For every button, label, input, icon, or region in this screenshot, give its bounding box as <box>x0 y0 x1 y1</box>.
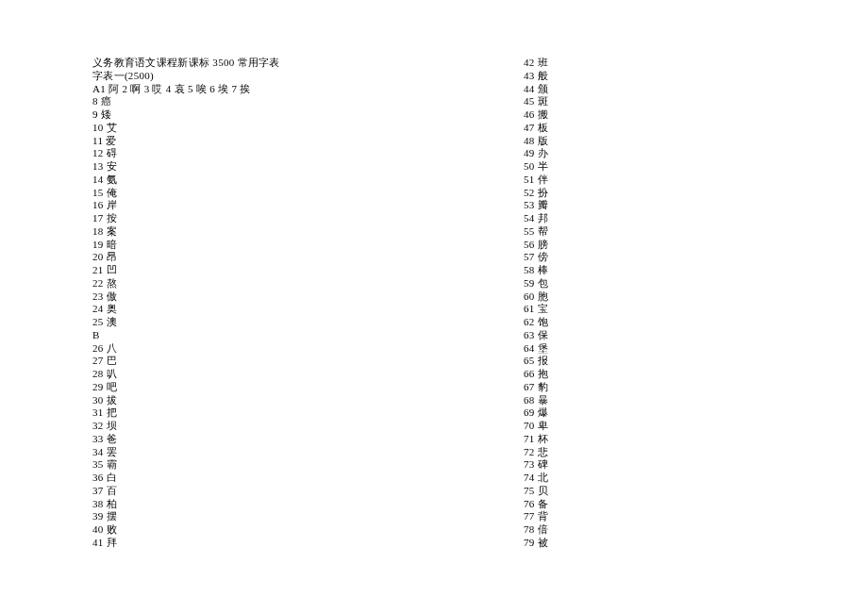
char-entry: 61 宝 <box>524 303 548 316</box>
char-entry: 49 办 <box>524 147 548 160</box>
char-entry: 29 吧 <box>92 381 280 394</box>
char-entry: 73 碑 <box>524 458 548 472</box>
char-entry: 53 瓣 <box>524 199 548 212</box>
char-entry: 14 氨 <box>92 174 280 187</box>
char-entry: 38 柏 <box>92 498 280 511</box>
char-entry: 30 拔 <box>92 394 280 407</box>
char-entry: 63 保 <box>524 329 548 342</box>
section-a-line: A1 阿 2 啊 3 哎 4 哀 5 唉 6 埃 7 挨 <box>92 83 280 96</box>
char-entry: 48 版 <box>524 135 548 148</box>
char-entry: 27 巴 <box>92 355 280 368</box>
document-page: 义务教育语文课程新课标 3500 常用字表 字表一(2500) A1 阿 2 啊… <box>0 0 868 613</box>
char-entry: 51 伴 <box>524 174 548 187</box>
char-entry: 19 暗 <box>92 239 280 252</box>
char-entry: 11 爱 <box>92 135 280 148</box>
char-entry: 21 凹 <box>92 264 280 277</box>
char-entry: 20 昂 <box>92 251 280 264</box>
char-entry: 75 贝 <box>524 485 548 498</box>
char-entry: 67 豹 <box>524 381 548 394</box>
char-entry: 47 板 <box>524 122 548 135</box>
char-entry: 69 爆 <box>524 406 548 420</box>
char-entry: 60 胞 <box>524 290 548 304</box>
char-entry: 26 八 <box>92 342 280 356</box>
char-entry: 62 饱 <box>524 316 548 329</box>
char-entry: 64 堡 <box>524 342 548 356</box>
char-entry: 66 抱 <box>524 368 548 381</box>
document-subtitle: 字表一(2500) <box>92 70 280 83</box>
char-entry: 70 卑 <box>524 420 548 433</box>
char-entry: 41 拜 <box>92 537 280 550</box>
char-entry: 58 棒 <box>524 264 548 277</box>
char-entry: 13 安 <box>92 160 280 174</box>
char-entry: 74 北 <box>524 472 548 485</box>
char-entry: 16 岸 <box>92 199 280 212</box>
section-b-header: B <box>92 329 280 342</box>
char-entry: 34 罢 <box>92 446 280 459</box>
left-column: 义务教育语文课程新课标 3500 常用字表 字表一(2500) A1 阿 2 啊… <box>92 57 280 550</box>
document-title: 义务教育语文课程新课标 3500 常用字表 <box>92 57 280 70</box>
char-entry: 33 爸 <box>92 433 280 446</box>
char-entry: 56 膀 <box>524 239 548 252</box>
char-entry: 42 班 <box>524 57 548 70</box>
char-entry: 17 按 <box>92 212 280 225</box>
char-entry: 57 傍 <box>524 251 548 264</box>
char-entry: 9 矮 <box>92 108 280 122</box>
char-entry: 55 帮 <box>524 225 548 239</box>
char-entry: 59 包 <box>524 277 548 290</box>
char-entry: 65 报 <box>524 355 548 368</box>
char-entry: 43 般 <box>524 70 548 83</box>
char-entry: 54 邦 <box>524 212 548 225</box>
char-entry: 22 熬 <box>92 277 280 290</box>
char-entry: 25 澳 <box>92 316 280 329</box>
char-entry: 46 搬 <box>524 108 548 122</box>
char-entry: 45 斑 <box>524 95 548 108</box>
char-entry: 32 坝 <box>92 420 280 433</box>
char-entry: 44 颁 <box>524 83 548 96</box>
char-entry: 39 摆 <box>92 510 280 523</box>
char-entry: 77 背 <box>524 510 548 523</box>
char-entry: 71 杯 <box>524 433 548 446</box>
char-entry: 40 败 <box>92 523 280 537</box>
char-entry: 8 癌 <box>92 95 280 108</box>
right-column: 42 班43 般44 颁45 斑46 搬47 板48 版49 办50 半51 伴… <box>524 57 548 550</box>
char-entry: 79 被 <box>524 537 548 550</box>
char-entry: 78 倍 <box>524 523 548 537</box>
char-entry: 10 艾 <box>92 122 280 135</box>
char-entry: 35 霸 <box>92 458 280 472</box>
char-entry: 15 俺 <box>92 187 280 200</box>
char-entry: 12 碍 <box>92 147 280 160</box>
char-entry: 18 案 <box>92 225 280 239</box>
char-entry: 50 半 <box>524 160 548 174</box>
char-entry: 68 暴 <box>524 394 548 407</box>
char-entry: 52 扮 <box>524 187 548 200</box>
char-entry: 36 白 <box>92 472 280 485</box>
char-entry: 37 百 <box>92 485 280 498</box>
char-entry: 28 叭 <box>92 368 280 381</box>
char-entry: 31 把 <box>92 406 280 420</box>
char-entry: 23 傲 <box>92 290 280 304</box>
char-entry: 24 奥 <box>92 303 280 316</box>
char-entry: 72 悲 <box>524 446 548 459</box>
char-entry: 76 备 <box>524 498 548 511</box>
